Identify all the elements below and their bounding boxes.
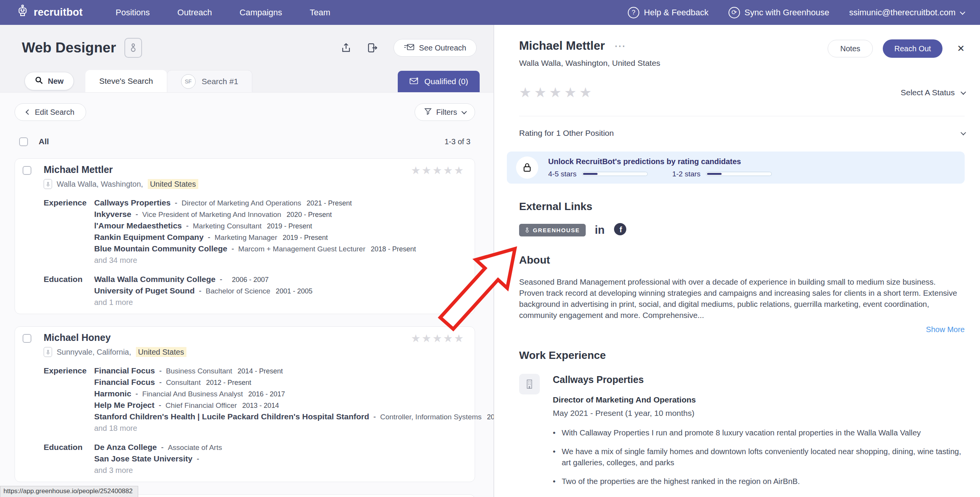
star-icon[interactable] [519,85,534,100]
role: Director of Marketing And Operations [181,199,301,207]
years: 2013 - 2014 [242,402,279,409]
experience-label: Experience [44,197,94,266]
edit-search-button[interactable]: Edit Search [15,103,86,121]
filters-button[interactable]: Filters [415,103,475,121]
star-icon[interactable] [534,85,549,100]
job-bullet: With Callaway Properties I run and promo… [553,427,964,438]
sync-greenhouse-link[interactable]: ⟳ Sync with Greenhouse [728,7,829,18]
brand-name: recruitbot [34,7,83,18]
dash-separator [195,288,206,295]
work-experience-title: Work Experience [519,349,965,362]
notes-button[interactable]: Notes [828,40,873,57]
candidate-detail-panel: Michael Mettler Walla Walla, Washington,… [494,25,980,497]
tab-search-1[interactable]: SF Search #1 [167,70,253,92]
unlock-title: Unlock RecruitBot's predictions by ratin… [548,157,772,166]
education-more-link[interactable]: and 1 more [94,297,312,308]
star-icon[interactable] [443,165,454,176]
company-name: Financial Focus [94,366,155,375]
export-icon[interactable] [364,40,380,55]
years: 2006 - 2007 [232,276,269,284]
funnel-icon [424,108,432,117]
dash-separator [171,200,182,207]
candidate-card[interactable]: Michael Honey Sunnyvale, California, Uni… [15,326,475,482]
star-rating[interactable] [411,164,465,177]
rating-row: Select A Status [519,85,965,101]
avatar: SF [181,74,196,89]
share-icon[interactable] [338,40,354,55]
candidate-checkbox[interactable] [23,334,31,343]
facebook-icon[interactable]: f [614,223,627,237]
experience-more-link[interactable]: and 18 more [94,423,523,433]
star-icon[interactable] [549,85,564,100]
location-highlight: United States [148,179,198,189]
see-outreach-button[interactable]: See Outreach [394,39,477,57]
dash-separator [157,445,168,451]
star-icon[interactable] [564,85,579,100]
star-icon[interactable] [411,165,421,176]
experience-section: Experience Callways PropertiesDirector o… [44,197,465,266]
bar-label: 1-2 stars [672,170,701,178]
lock-icon [516,156,538,179]
dash-separator [155,402,166,409]
close-icon[interactable] [957,43,965,54]
candidate-name[interactable]: Michael Honey [44,332,111,343]
see-outreach-label: See Outreach [419,44,466,52]
experience-more-link[interactable]: and 34 more [94,255,416,266]
candidate-name[interactable]: Michael Mettler [44,164,113,175]
candidate-card[interactable]: Michael Mettler Walla Walla, Washington,… [15,158,475,314]
role: Marketing Consultant [193,222,262,230]
star-rating[interactable] [519,85,594,101]
dash-separator [182,223,193,230]
star-icon[interactable] [579,85,594,100]
experience-row: Financial FocusConsultant2012 - Present [94,377,523,388]
greenhouse-link[interactable]: GREENHOUSE [519,224,586,236]
nav-item-positions[interactable]: Positions [116,8,150,18]
company-name: Callways Properties [94,198,171,207]
company-name: Harmonic [94,389,131,398]
dash-separator [131,391,142,398]
help-feedback-link[interactable]: ? Help & Feedback [628,7,709,18]
location-text: Walla Walla, Washington, [57,179,143,189]
education-more-link[interactable]: and 3 more [94,465,227,476]
progress-fill [707,173,722,175]
top-navbar: recruitbot Positions Outreach Campaigns … [0,0,980,25]
star-icon[interactable] [433,165,443,176]
greenhouse-source-icon [44,347,52,357]
role: Vice President of Marketing And Innovati… [142,210,281,218]
education-section: Education Walla Walla Community College2… [44,274,465,308]
chevron-left-icon [26,109,31,115]
experience-row: InkyverseVice President of Marketing And… [94,209,416,220]
star-icon[interactable] [422,165,433,176]
dash-separator [227,246,238,253]
sync-icon: ⟳ [728,7,740,18]
more-options-icon[interactable] [614,39,626,52]
nav-item-campaigns[interactable]: Campaigns [240,8,282,18]
show-more-link[interactable]: Show More [519,325,965,334]
linkedin-icon[interactable]: in [595,224,605,236]
qualified-button[interactable]: Qualified (0) [398,71,480,92]
rating-other-position[interactable]: Rating for 1 Other Position [519,129,965,138]
greenhouse-position-icon[interactable] [124,38,142,58]
tab-steves-search[interactable]: Steve's Search [85,70,167,92]
star-icon[interactable] [454,165,465,176]
role: Controller, Information Systems [380,413,482,421]
nav-item-team[interactable]: Team [310,8,330,18]
position-title: Web Designer [22,40,116,56]
work-experience-entry: Callways Properties Director of Marketin… [519,374,965,487]
company-name: Blue Mountain Community College [94,244,227,253]
nav-item-outreach[interactable]: Outreach [177,8,212,18]
select-all-checkbox[interactable] [19,137,28,146]
detail-location: Walla Walla, Washington, United States [519,59,660,68]
greenhouse-badge-label: GREENHOUSE [533,227,580,233]
select-status-dropdown[interactable]: Select A Status [901,88,965,97]
unlock-bar-45: 4-5 stars [548,170,648,178]
experience-row: Stanford Children's Health | Lucile Pack… [94,411,523,423]
experience-row: Financial FocusBusiness Consultant2014 -… [94,365,523,377]
account-menu[interactable]: ssimunic@therecruitbot.com [849,8,964,18]
new-search-button[interactable]: New [24,72,74,90]
brand[interactable]: recruitbot [16,5,83,20]
reach-out-button[interactable]: Reach Out [883,39,942,58]
candidate-checkbox[interactable] [23,166,31,175]
education-row: University of Puget SoundBachelor of Sci… [94,285,312,297]
status-bar-url: https://app.greenhouse.io/people/2524008… [0,486,138,497]
